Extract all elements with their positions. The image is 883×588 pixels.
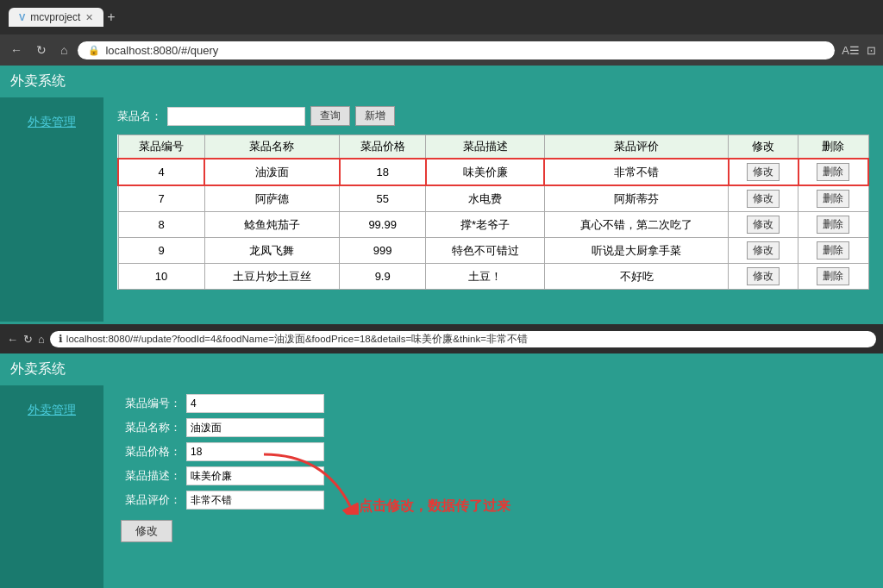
table-row: 8 鲶鱼炖茄子 99.99 撑*老爷子 真心不错，第二次吃了 修改 删除 bbox=[118, 212, 868, 238]
cell-price: 999 bbox=[340, 238, 426, 264]
cell-price: 9.9 bbox=[340, 264, 426, 290]
address-bar-2[interactable]: ℹ localhost:8080/#/update?foodId=4&foodN… bbox=[50, 331, 876, 347]
col-name: 菜品名称 bbox=[204, 135, 340, 160]
lock-icon: 🔒 bbox=[88, 45, 100, 56]
col-review: 菜品评价 bbox=[544, 135, 728, 160]
search-label: 菜品名： bbox=[117, 109, 162, 124]
cell-name: 鲶鱼炖茄子 bbox=[204, 212, 340, 238]
annotation-text: 点击修改，数据传了过来 bbox=[359, 497, 510, 516]
delete-button[interactable]: 删除 bbox=[817, 163, 849, 181]
table-row: 4 油泼面 18 味美价廉 非常不错 修改 删除 bbox=[118, 159, 868, 185]
cell-name: 阿萨德 bbox=[204, 185, 340, 212]
tab-bar: V mcvproject ✕ + bbox=[9, 8, 116, 27]
search-input[interactable] bbox=[167, 107, 305, 126]
cell-review: 听说是大厨拿手菜 bbox=[544, 238, 728, 264]
address-bar[interactable]: 🔒 localhost:8080/#/query bbox=[78, 41, 835, 59]
form-input-0[interactable] bbox=[186, 394, 324, 413]
browser2-navbar: ← ↻ ⌂ ℹ localhost:8080/#/update?foodId=4… bbox=[0, 324, 883, 353]
sidebar-bottom: 外卖管理 bbox=[0, 385, 103, 588]
cell-id: 10 bbox=[118, 264, 204, 290]
cell-modify: 修改 bbox=[729, 159, 798, 185]
cell-id: 8 bbox=[118, 212, 204, 238]
query-main-content: 菜品名： 查询 新增 菜品编号 菜品名称 菜品价格 菜品描述 菜品评价 修改 删… bbox=[103, 97, 883, 322]
browser1-navbar: ← ↻ ⌂ 🔒 localhost:8080/#/query A☰ ⊡ bbox=[0, 34, 883, 66]
delete-button[interactable]: 删除 bbox=[817, 241, 849, 260]
browser-actions: A☰ ⊡ bbox=[842, 44, 876, 57]
active-tab[interactable]: V mcvproject ✕ bbox=[9, 8, 103, 27]
cell-modify: 修改 bbox=[729, 212, 798, 238]
back-button-2[interactable]: ← bbox=[7, 333, 18, 346]
update-page-section: 外卖系统 外卖管理 菜品编号： 菜品名称： 菜品价格： 菜品描述： 菜品评价： … bbox=[0, 353, 883, 588]
modify-button[interactable]: 修改 bbox=[747, 216, 780, 234]
read-aloud-icon[interactable]: A☰ bbox=[842, 44, 860, 57]
query-button[interactable]: 查询 bbox=[310, 106, 350, 126]
modify-button[interactable]: 修改 bbox=[747, 190, 780, 208]
add-button[interactable]: 新增 bbox=[355, 106, 395, 126]
cell-review: 阿斯蒂芬 bbox=[544, 185, 728, 212]
col-modify: 修改 bbox=[729, 135, 798, 160]
delete-button[interactable]: 删除 bbox=[817, 267, 849, 285]
modify-button[interactable]: 修改 bbox=[747, 241, 780, 260]
cell-delete: 删除 bbox=[798, 212, 868, 238]
food-table: 菜品编号 菜品名称 菜品价格 菜品描述 菜品评价 修改 删除 4 油泼面 18 … bbox=[117, 134, 869, 290]
new-tab-button[interactable]: + bbox=[107, 9, 115, 25]
query-content-area: 外卖管理 菜品名： 查询 新增 菜品编号 菜品名称 菜品价格 菜品描述 菜品评价 bbox=[0, 97, 883, 322]
browser1-chrome: V mcvproject ✕ + bbox=[0, 0, 883, 34]
system-title-top: 外卖系统 bbox=[0, 66, 883, 97]
cell-desc: 特色不可错过 bbox=[426, 238, 545, 264]
extensions-icon[interactable]: ⊡ bbox=[867, 44, 876, 57]
modify-button[interactable]: 修改 bbox=[747, 163, 780, 181]
submit-button[interactable]: 修改 bbox=[121, 520, 172, 542]
cell-review: 真心不错，第二次吃了 bbox=[544, 212, 728, 238]
cell-modify: 修改 bbox=[729, 264, 798, 290]
home-button[interactable]: ⌂ bbox=[57, 41, 71, 59]
search-bar: 菜品名： 查询 新增 bbox=[117, 106, 869, 126]
update-content-area: 外卖管理 菜品编号： 菜品名称： 菜品价格： 菜品描述： 菜品评价： 修改 点击… bbox=[0, 385, 883, 588]
delete-button[interactable]: 删除 bbox=[817, 216, 849, 234]
cell-price: 55 bbox=[340, 185, 426, 212]
cell-price: 99.99 bbox=[340, 212, 426, 238]
form-input-1[interactable] bbox=[186, 418, 324, 437]
query-page-section: 外卖系统 外卖管理 菜品名： 查询 新增 菜品编号 菜品名称 菜品价格 菜品描述 bbox=[0, 66, 883, 324]
sidebar-top: 外卖管理 bbox=[0, 97, 103, 322]
sidebar-item-food-management-top[interactable]: 外卖管理 bbox=[28, 115, 76, 130]
sidebar-item-food-management-bottom[interactable]: 外卖管理 bbox=[28, 403, 76, 418]
cell-delete: 删除 bbox=[798, 159, 868, 185]
table-row: 7 阿萨德 55 水电费 阿斯蒂芬 修改 删除 bbox=[118, 185, 868, 212]
red-arrow-icon bbox=[255, 446, 359, 515]
form-row: 菜品编号： bbox=[121, 394, 324, 413]
refresh-button-2[interactable]: ↻ bbox=[23, 333, 33, 346]
annotation-area: 点击修改，数据传了过来 bbox=[359, 394, 510, 588]
cell-delete: 删除 bbox=[798, 185, 868, 212]
form-label-4: 菜品评价： bbox=[121, 492, 181, 508]
tab-title: mcvproject bbox=[30, 11, 80, 23]
tab-close-button[interactable]: ✕ bbox=[85, 12, 93, 23]
cell-review: 非常不错 bbox=[544, 159, 728, 185]
delete-button[interactable]: 删除 bbox=[817, 190, 849, 208]
form-label-3: 菜品描述： bbox=[121, 468, 181, 484]
food-table-body: 4 油泼面 18 味美价廉 非常不错 修改 删除 7 阿萨德 55 水电费 阿斯… bbox=[118, 159, 868, 290]
cell-name: 龙凤飞舞 bbox=[204, 238, 340, 264]
table-header-row: 菜品编号 菜品名称 菜品价格 菜品描述 菜品评价 修改 删除 bbox=[118, 135, 868, 160]
cell-price: 18 bbox=[340, 159, 426, 185]
back-button[interactable]: ← bbox=[7, 41, 26, 59]
cell-desc: 土豆！ bbox=[426, 264, 545, 290]
modify-button[interactable]: 修改 bbox=[747, 267, 780, 285]
refresh-button[interactable]: ↻ bbox=[33, 41, 50, 59]
col-desc: 菜品描述 bbox=[426, 135, 545, 160]
update-main-content: 菜品编号： 菜品名称： 菜品价格： 菜品描述： 菜品评价： 修改 点击修改，数据… bbox=[103, 385, 883, 588]
cell-desc: 撑*老爷子 bbox=[426, 212, 545, 238]
cell-desc: 水电费 bbox=[426, 185, 545, 212]
cell-review: 不好吃 bbox=[544, 264, 728, 290]
cell-name: 土豆片炒土豆丝 bbox=[204, 264, 340, 290]
form-label-2: 菜品价格： bbox=[121, 444, 181, 460]
cell-id: 9 bbox=[118, 238, 204, 264]
table-row: 9 龙凤飞舞 999 特色不可错过 听说是大厨拿手菜 修改 删除 bbox=[118, 238, 868, 264]
lock-icon-2: ℹ bbox=[59, 333, 63, 345]
home-button-2[interactable]: ⌂ bbox=[38, 333, 45, 346]
form-label-1: 菜品名称： bbox=[121, 420, 181, 435]
form-label-0: 菜品编号： bbox=[121, 396, 181, 411]
cell-name: 油泼面 bbox=[204, 159, 340, 185]
col-delete: 删除 bbox=[798, 135, 868, 160]
form-row: 菜品名称： bbox=[121, 418, 324, 437]
